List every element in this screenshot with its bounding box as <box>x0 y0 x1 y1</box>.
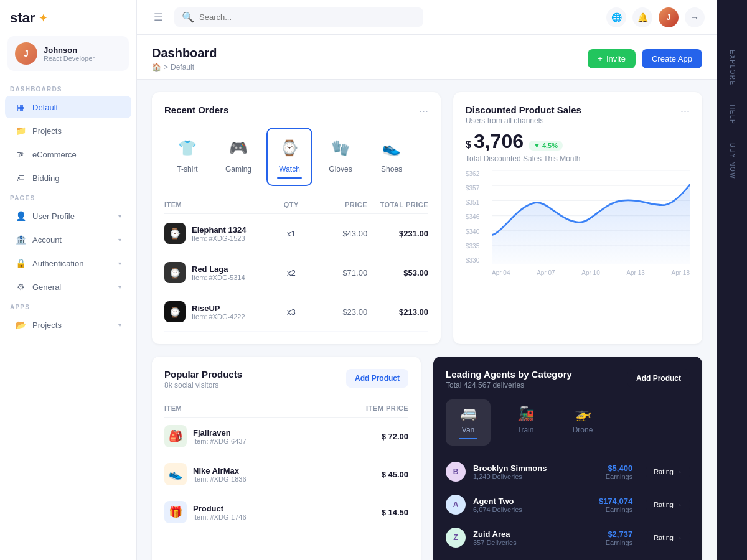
tab-label: T-shirt <box>177 165 197 174</box>
item-price: $43.00 <box>317 229 368 238</box>
table-row: 👟 Nike AirMaxItem: #XDG-1836 $ 45.00 <box>164 455 408 493</box>
shoes-icon: 👟 <box>378 135 405 161</box>
y-label: $351 <box>466 199 489 206</box>
popular-products-title: Popular Products <box>164 369 242 380</box>
x-label: Apr 04 <box>492 269 510 276</box>
breadcrumb: 🏠 > Default <box>152 63 217 72</box>
van-icon: 🚐 <box>460 406 477 422</box>
item-name: Elephant 1324 <box>192 225 246 235</box>
item-name: Red Laga <box>192 264 245 274</box>
y-label: $340 <box>466 228 489 235</box>
item-price: $71.00 <box>317 268 368 278</box>
rating-button[interactable]: Rating → <box>646 465 690 478</box>
globe-icon-button[interactable]: 🌐 <box>606 7 626 27</box>
sidebar-item-general[interactable]: ⚙ General ▾ <box>5 276 131 298</box>
table-row: ⌚ RiseUPItem: #XDG-4222 x3 $23.00 $213.0… <box>164 292 428 332</box>
sidebar-item-authentication[interactable]: 🔒 Authentication ▾ <box>5 252 131 274</box>
col-price: ITEM PRICE <box>327 404 408 412</box>
train-icon: 🚂 <box>517 406 534 422</box>
invite-button[interactable]: + Invite <box>588 49 636 68</box>
rating-button[interactable]: Rating → <box>646 531 690 544</box>
product-sku: Item: #XDG-1836 <box>193 475 247 483</box>
tab-train[interactable]: 🚂 Train <box>503 399 548 446</box>
sidebar-item-user-profile[interactable]: 👤 User Profile ▾ <box>5 205 131 227</box>
item-price: $23.00 <box>317 307 368 317</box>
rating-button[interactable]: Rating → <box>646 498 690 511</box>
col-total: TOTAL PRICE <box>367 201 428 208</box>
add-product-button-2[interactable]: Add Product <box>627 369 690 388</box>
sidebar: star✦ J Johnson React Developer DASHBOAR… <box>0 0 137 560</box>
agents-title: Leading Agents by Category <box>446 369 572 380</box>
product-price: $ 14.50 <box>327 508 408 517</box>
tab-label: Gaming <box>225 165 251 174</box>
explore-panel-item[interactable]: Explore <box>729 50 736 86</box>
sidebar-item-label: General <box>32 282 112 292</box>
arrow-right-icon-button[interactable]: → <box>685 7 705 27</box>
sidebar-item-account[interactable]: 🏦 Account ▾ <box>5 228 131 251</box>
projects-icon: 📂 <box>15 319 26 330</box>
collapse-button[interactable]: ☰ <box>149 9 167 26</box>
item-sku: Item: #XDG-1523 <box>192 235 246 242</box>
tab-label: Van <box>462 426 474 434</box>
more-options-button[interactable]: ··· <box>680 105 690 118</box>
logo-text: star <box>10 10 35 26</box>
recent-orders-title: Recent Orders <box>164 105 228 115</box>
chart-title: Discounted Product Sales <box>466 105 581 115</box>
item-sku: Item: #XDG-5314 <box>192 274 245 281</box>
buy-now-label: Buy now <box>729 143 736 179</box>
product-price: $ 72.00 <box>327 432 408 441</box>
sidebar-item-bidding[interactable]: 🏷 Bidding <box>5 167 131 189</box>
logo: star✦ <box>0 10 136 36</box>
tab-tshirt[interactable]: 👕 T-shirt <box>164 128 210 186</box>
notification-icon-button[interactable]: 🔔 <box>632 7 652 27</box>
content-area: Recent Orders ··· 👕 T-shirt 🎮 Gaming <box>137 80 717 357</box>
col-item: ITEM <box>164 201 266 208</box>
product-sku: Item: #XDG-6437 <box>193 437 247 445</box>
buy-now-panel-item[interactable]: Buy now <box>729 143 736 179</box>
agent-deliveries: 357 Deliveries <box>473 539 575 546</box>
chevron-down-icon: ▾ <box>118 322 121 329</box>
logo-star: ✦ <box>39 11 48 25</box>
more-options-button[interactable]: ··· <box>419 105 428 118</box>
item-thumbnail: ⌚ <box>164 262 186 283</box>
create-app-button[interactable]: Create App <box>642 49 702 68</box>
table-row: ⌚ Red LagaItem: #XDG-5314 x2 $71.00 $53.… <box>164 253 428 292</box>
agent-row: Z Zuid Area 357 Deliveries $2,737 Earnin… <box>446 521 690 554</box>
agents-subtitle: Total 424,567 deliveries <box>446 381 572 390</box>
avatar: J <box>15 42 37 65</box>
popular-products-subtitle: 8k social visitors <box>164 381 242 390</box>
chevron-down-icon: ▾ <box>118 260 121 267</box>
topbar: ☰ 🔍 🌐 🔔 J → <box>137 0 717 35</box>
add-product-button[interactable]: Add Product <box>346 369 408 388</box>
tshirt-icon: 👕 <box>174 135 200 161</box>
sidebar-item-projects[interactable]: 📁 Projects <box>5 119 131 142</box>
agent-avatar: A <box>446 495 466 515</box>
agent-avatar: B <box>446 462 466 482</box>
tab-gloves[interactable]: 🧤 Gloves <box>317 128 364 186</box>
tab-gaming[interactable]: 🎮 Gaming <box>215 128 261 186</box>
tab-van[interactable]: 🚐 Van <box>446 399 491 446</box>
y-label: $357 <box>466 185 489 192</box>
item-thumbnail: ⌚ <box>164 223 186 244</box>
watch-icon: ⌚ <box>276 135 303 161</box>
col-qty: QTY <box>266 201 317 208</box>
product-price: $ 45.00 <box>327 470 408 479</box>
topbar-avatar[interactable]: J <box>659 7 679 27</box>
tab-drone[interactable]: 🚁 Drone <box>560 399 605 446</box>
popular-products-card: Popular Products 8k social visitors Add … <box>152 357 421 560</box>
col-price: PRICE <box>317 201 368 208</box>
invite-label: Invite <box>606 54 626 63</box>
sidebar-item-label: Account <box>32 235 112 245</box>
agent-earnings: $174,074 <box>583 497 632 506</box>
sidebar-item-default[interactable]: ▦ Default <box>5 96 131 118</box>
sidebar-item-ecommerce[interactable]: 🛍 eCommerce <box>5 143 131 166</box>
y-label: $362 <box>466 170 489 177</box>
tab-shoes[interactable]: 👟 Shoes <box>369 128 415 186</box>
tab-watch[interactable]: ⌚ Watch <box>266 128 312 186</box>
sidebar-item-apps-projects[interactable]: 📂 Projects ▾ <box>5 314 131 336</box>
search-icon: 🔍 <box>182 11 194 23</box>
item-total: $213.00 <box>367 307 428 317</box>
leading-agents-card: Leading Agents by Category Total 424,567… <box>433 357 702 560</box>
search-input[interactable] <box>199 12 416 22</box>
help-panel-item[interactable]: Help <box>729 105 736 124</box>
